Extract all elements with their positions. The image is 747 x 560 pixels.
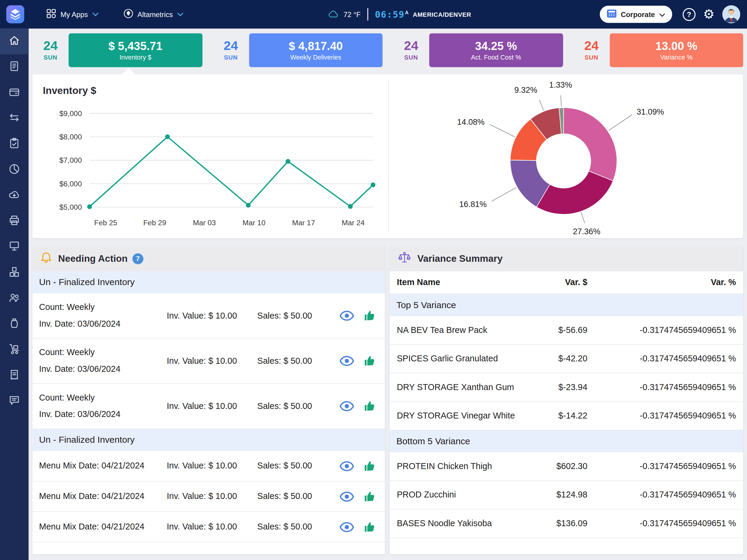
sidebar-item-transfers[interactable] xyxy=(0,106,29,131)
var-percent: -0.3174745659409651 % xyxy=(588,325,736,335)
na-section-header: Un - Finalized Inventory xyxy=(32,429,385,451)
sidebar-item-supplies[interactable] xyxy=(0,312,29,337)
needing-action-panel: Needing Action 7 Un - Finalized Inventor… xyxy=(32,246,385,554)
var-dollar: $124.98 xyxy=(530,490,588,500)
svg-text:Mar 03: Mar 03 xyxy=(193,219,216,227)
apps-grid-icon xyxy=(46,8,56,20)
user-avatar[interactable] xyxy=(722,5,740,23)
na-sales-value: Sales: $ 50.00 xyxy=(257,522,339,532)
sidebar-item-devices[interactable] xyxy=(0,234,29,260)
kpi-date-selector[interactable]: 24SUN xyxy=(573,33,610,67)
sidebar-item-receiving[interactable] xyxy=(0,337,29,363)
svg-text:$5,000: $5,000 xyxy=(59,203,82,211)
app-logo-icon[interactable] xyxy=(6,5,24,23)
org-selector[interactable]: Altametrics xyxy=(123,8,183,20)
na-row-desc: Count: WeeklyInv. Date: 03/06/2024 xyxy=(39,390,167,423)
na-sales-value: Sales: $ 50.00 xyxy=(257,461,339,471)
view-eye-icon[interactable] xyxy=(339,356,364,366)
transfers-icon xyxy=(8,111,20,126)
printing-icon xyxy=(8,214,20,229)
kpi-label: Act. Food Cost % xyxy=(471,54,521,61)
payroll-icon xyxy=(8,86,20,100)
my-apps-label: My Apps xyxy=(60,10,88,18)
needing-action-header: Needing Action 7 xyxy=(32,246,385,271)
cloud-sync-icon xyxy=(8,188,20,203)
devices-icon xyxy=(8,240,20,254)
na-line1: Menu Mix Date: 04/21/2024 xyxy=(39,458,167,475)
na-row-desc: Menu Mix Date: 04/21/2024 xyxy=(39,458,167,475)
view-eye-icon[interactable] xyxy=(339,522,364,532)
sidebar-item-inventory[interactable] xyxy=(0,260,29,286)
messages-icon xyxy=(8,394,20,409)
approve-thumbsup-icon[interactable] xyxy=(364,460,378,472)
kpi-card-2[interactable]: 34.25 %Act. Food Cost % xyxy=(429,33,563,67)
variance-table-column-headers: Item Name Var. $ Var. % xyxy=(390,271,743,294)
na-row-desc: Count: WeeklyInv. Date: 03/06/2024 xyxy=(39,344,167,378)
timezone-label: AMERICA/DENVER xyxy=(413,11,471,18)
approve-thumbsup-icon[interactable] xyxy=(364,490,378,502)
col-var-dollar: Var. $ xyxy=(530,277,588,288)
variance-table-row: PROD Zucchini$124.98-0.3174745659409651 … xyxy=(390,481,743,510)
view-eye-icon[interactable] xyxy=(339,491,364,502)
chart-divider xyxy=(388,81,389,232)
item-name: PROTEIN Chicken Thigh xyxy=(397,461,530,471)
kpi-group: 24SUN$ 5,435.71Inventory $ xyxy=(32,33,202,67)
view-eye-icon[interactable] xyxy=(339,461,364,471)
topbar: My Apps Altametrics 72 °F 06:59A AMERICA… xyxy=(0,0,747,29)
svg-text:14.08%: 14.08% xyxy=(457,117,485,127)
kpi-date-selector[interactable]: 24SUN xyxy=(393,33,429,67)
sidebar-item-documents[interactable] xyxy=(0,54,29,80)
svg-text:$6,000: $6,000 xyxy=(59,180,82,188)
na-row: Menu Mix Date: 04/21/2024Inv. Value: $ 1… xyxy=(32,481,385,512)
chevron-down-icon xyxy=(92,10,99,19)
svg-text:16.81%: 16.81% xyxy=(459,200,487,209)
na-line1: Count: Weekly xyxy=(39,390,167,406)
location-icon xyxy=(123,8,133,20)
sidebar-item-messages[interactable] xyxy=(0,389,29,414)
needing-action-count-badge: 7 xyxy=(132,253,143,264)
sidebar xyxy=(0,29,29,560)
kpi-label: Inventory $ xyxy=(120,54,151,61)
na-row: Menu Mix Date: 04/21/2024Inv. Value: $ 1… xyxy=(32,512,385,542)
na-inv-value: Inv. Value: $ 10.00 xyxy=(167,311,257,321)
vs-section-header: Top 5 Variance xyxy=(390,294,743,316)
org-label: Altametrics xyxy=(137,10,173,18)
kpi-group: 24SUN34.25 %Act. Food Cost % xyxy=(393,33,563,67)
kpi-card-1[interactable]: $ 4,817.40Weekly Deliveries xyxy=(249,33,383,67)
kpi-card-3[interactable]: 13.00 %Variance % xyxy=(610,33,743,67)
variance-table-row: DRY STORAGE Vinegar White$-14.22-0.31747… xyxy=(390,402,743,430)
view-eye-icon[interactable] xyxy=(339,311,364,321)
approve-thumbsup-icon[interactable] xyxy=(364,401,378,412)
kpi-date-selector[interactable]: 24SUN xyxy=(213,33,249,67)
sidebar-item-payroll[interactable] xyxy=(0,80,29,106)
kpi-row: 24SUN$ 5,435.71Inventory $24SUN$ 4,817.4… xyxy=(32,33,743,67)
sidebar-item-tasks[interactable] xyxy=(0,131,29,157)
svg-text:Mar 17: Mar 17 xyxy=(292,219,315,227)
svg-text:Feb 25: Feb 25 xyxy=(94,219,117,227)
var-percent: -0.3174745659409651 % xyxy=(588,382,736,392)
variance-summary-header: Variance Summary xyxy=(390,246,743,271)
approve-thumbsup-icon[interactable] xyxy=(364,355,378,367)
sidebar-item-printing[interactable] xyxy=(0,209,29,234)
na-sales-value: Sales: $ 50.00 xyxy=(257,491,339,501)
na-inv-value: Inv. Value: $ 10.00 xyxy=(167,491,257,501)
my-apps-menu[interactable]: My Apps xyxy=(46,8,98,20)
kpi-date-selector[interactable]: 24SUN xyxy=(32,33,69,67)
sidebar-item-reports[interactable] xyxy=(0,157,29,183)
sidebar-item-cloud-sync[interactable] xyxy=(0,183,29,209)
corporate-selector[interactable]: Corporate xyxy=(600,6,672,23)
inventory-line-chart: $9,000$8,000$7,000$6,000$5,000Feb 25Feb … xyxy=(32,74,387,238)
sidebar-item-workforce[interactable] xyxy=(0,286,29,312)
approve-thumbsup-icon[interactable] xyxy=(364,521,378,532)
settings-gear-icon[interactable]: ⚙ xyxy=(703,8,715,21)
help-icon[interactable]: ? xyxy=(682,8,696,21)
documents-icon xyxy=(8,60,20,75)
svg-text:Mar 24: Mar 24 xyxy=(342,219,365,227)
kpi-card-0[interactable]: $ 5,435.71Inventory $ xyxy=(69,33,202,67)
topbar-status: 72 °F 06:59A AMERICA/DENVER xyxy=(328,0,471,29)
sidebar-item-invoices[interactable] xyxy=(0,363,29,389)
kpi-day: 24 xyxy=(44,39,58,52)
view-eye-icon[interactable] xyxy=(339,401,364,411)
approve-thumbsup-icon[interactable] xyxy=(364,310,378,321)
sidebar-item-home[interactable] xyxy=(0,29,29,54)
